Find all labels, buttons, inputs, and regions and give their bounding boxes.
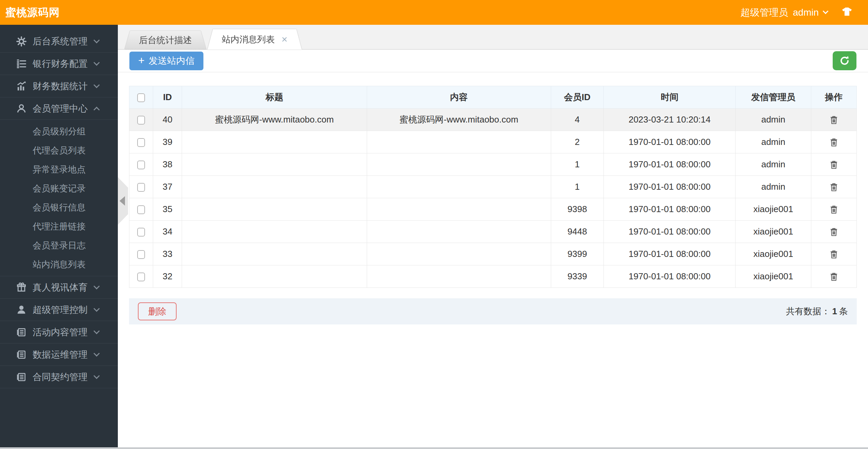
cell-time: 1970-01-01 08:00:00 bbox=[603, 198, 736, 221]
row-checkbox[interactable] bbox=[137, 228, 145, 237]
cell-title bbox=[182, 153, 367, 176]
header-sender: 发信管理员 bbox=[736, 86, 811, 109]
row-checkbox[interactable] bbox=[137, 116, 145, 125]
header-content: 内容 bbox=[367, 86, 551, 109]
sidebar-item-label: 后台系统管理 bbox=[33, 35, 88, 48]
sidebar-menu: 后台系统管理 银行财务配置 财务数据统计 会员管理中心 会员级别分组代理会员列表… bbox=[0, 30, 118, 388]
header-id: ID bbox=[153, 86, 182, 109]
sidebar-item-1[interactable]: 后台系统管理 bbox=[0, 30, 118, 53]
cell-content bbox=[367, 131, 551, 153]
user-menu[interactable]: 超级管理员 admin bbox=[741, 6, 828, 19]
cell-title bbox=[182, 221, 367, 243]
row-checkbox[interactable] bbox=[137, 205, 145, 214]
sidebar-item-2[interactable]: 银行财务配置 bbox=[0, 53, 118, 75]
chevron-down-icon bbox=[93, 373, 100, 379]
row-checkbox[interactable] bbox=[137, 138, 145, 147]
cell-content bbox=[367, 198, 551, 221]
cell-sender: xiaojie001 bbox=[736, 198, 811, 221]
delete-row-button[interactable] bbox=[828, 204, 840, 216]
content-area: ID 标题 内容 会员ID 时间 发信管理员 操作 40 蜜桃源码网-www.m… bbox=[118, 72, 868, 449]
sidebar-item-label: 活动内容管理 bbox=[33, 326, 88, 338]
sidebar-item-label: 超级管理控制 bbox=[33, 304, 88, 316]
sidebar-item-3[interactable]: 财务数据统计 bbox=[0, 75, 118, 97]
tab-dashboard[interactable]: 后台统计描述 bbox=[125, 31, 206, 49]
trash-icon bbox=[829, 183, 838, 192]
sidebar-item-label: 数据运维管理 bbox=[33, 349, 88, 361]
row-checkbox[interactable] bbox=[137, 183, 145, 192]
cell-id: 35 bbox=[153, 198, 182, 221]
sidebar-item-label: 银行财务配置 bbox=[33, 58, 88, 70]
cell-id: 32 bbox=[153, 265, 182, 288]
delete-row-button[interactable] bbox=[828, 271, 840, 283]
sidebar-subitem[interactable]: 站内消息列表 bbox=[0, 255, 118, 274]
row-checkbox[interactable] bbox=[137, 273, 145, 281]
cell-member-id: 9398 bbox=[551, 198, 603, 221]
cell-id: 34 bbox=[153, 221, 182, 243]
table-row: 32 9339 1970-01-01 08:00:00 xiaojie001 bbox=[129, 265, 857, 288]
cell-id: 40 bbox=[153, 109, 182, 131]
sidebar-subitem[interactable]: 异常登录地点 bbox=[0, 160, 118, 179]
cell-sender: xiaojie001 bbox=[736, 221, 811, 243]
bulk-delete-button[interactable]: 删除 bbox=[138, 302, 177, 320]
main-area: 后台统计描述 站内消息列表 × + 发送站内信 bbox=[118, 25, 868, 449]
sidebar-subitem[interactable]: 代理会员列表 bbox=[0, 141, 118, 160]
sidebar: 后台系统管理 银行财务配置 财务数据统计 会员管理中心 会员级别分组代理会员列表… bbox=[0, 25, 118, 449]
trash-icon bbox=[829, 250, 838, 259]
cell-content bbox=[367, 153, 551, 176]
select-all-checkbox[interactable] bbox=[137, 93, 145, 102]
delete-row-button[interactable] bbox=[828, 181, 840, 193]
tab-bar: 后台统计描述 站内消息列表 × bbox=[118, 25, 868, 50]
cell-member-id: 1 bbox=[551, 176, 603, 198]
delete-row-button[interactable] bbox=[828, 248, 840, 260]
sidebar-subitem[interactable]: 会员级别分组 bbox=[0, 122, 118, 141]
sidebar-subitem[interactable]: 会员登录日志 bbox=[0, 236, 118, 255]
sidebar-item-icon bbox=[16, 372, 26, 382]
cell-title bbox=[182, 243, 367, 265]
trash-icon bbox=[829, 160, 838, 169]
sidebar-subitem[interactable]: 会员银行信息 bbox=[0, 198, 118, 217]
table-row: 34 9448 1970-01-01 08:00:00 xiaojie001 bbox=[129, 221, 857, 243]
sidebar-subitem[interactable]: 会员账变记录 bbox=[0, 179, 118, 198]
row-checkbox[interactable] bbox=[137, 161, 145, 169]
cell-content bbox=[367, 221, 551, 243]
sidebar-item-9[interactable]: 合同契约管理 bbox=[0, 366, 118, 388]
sidebar-item-icon bbox=[16, 327, 26, 337]
sidebar-item-label: 会员管理中心 bbox=[33, 102, 88, 115]
header-operations: 操作 bbox=[811, 86, 856, 109]
sidebar-item-label: 合同契约管理 bbox=[33, 371, 88, 383]
tab-messages[interactable]: 站内消息列表 × bbox=[207, 29, 302, 50]
table-body: 40 蜜桃源码网-www.mitaobo.com 蜜桃源码网-www.mitao… bbox=[129, 109, 857, 288]
delete-row-button[interactable] bbox=[828, 226, 840, 238]
tab-label: 站内消息列表 bbox=[222, 34, 275, 45]
sidebar-item-5[interactable]: 真人视讯体育 bbox=[0, 276, 118, 299]
chevron-down-icon bbox=[93, 350, 100, 356]
chevron-down-icon bbox=[93, 305, 100, 312]
cell-time: 1970-01-01 08:00:00 bbox=[603, 265, 736, 288]
sidebar-item-8[interactable]: 数据运维管理 bbox=[0, 343, 118, 366]
delete-row-button[interactable] bbox=[828, 136, 840, 148]
tab-close-icon[interactable]: × bbox=[282, 34, 288, 44]
delete-row-button[interactable] bbox=[828, 159, 840, 171]
sidebar-item-label: 真人视讯体育 bbox=[33, 281, 88, 294]
horizontal-scrollbar[interactable] bbox=[0, 447, 868, 449]
delete-row-button[interactable] bbox=[828, 114, 840, 126]
table-row: 37 1 1970-01-01 08:00:00 admin bbox=[129, 176, 857, 198]
tshirt-theme-icon[interactable] bbox=[841, 7, 853, 18]
sidebar-item-4[interactable]: 会员管理中心 bbox=[0, 97, 118, 120]
sidebar-item-icon bbox=[16, 104, 26, 114]
row-checkbox[interactable] bbox=[137, 250, 145, 259]
sidebar-item-7[interactable]: 活动内容管理 bbox=[0, 321, 118, 343]
sidebar-subitem[interactable]: 代理注册链接 bbox=[0, 217, 118, 236]
cell-sender: admin bbox=[736, 176, 811, 198]
messages-table: ID 标题 内容 会员ID 时间 发信管理员 操作 40 蜜桃源码网-www.m… bbox=[129, 86, 857, 288]
sidebar-item-6[interactable]: 超级管理控制 bbox=[0, 299, 118, 321]
cell-id: 33 bbox=[153, 243, 182, 265]
cell-sender: xiaojie001 bbox=[736, 243, 811, 265]
cell-time: 1970-01-01 08:00:00 bbox=[603, 131, 736, 153]
cell-content bbox=[367, 243, 551, 265]
send-message-button[interactable]: + 发送站内信 bbox=[129, 52, 203, 70]
chevron-down-icon bbox=[823, 8, 829, 14]
refresh-button[interactable] bbox=[833, 51, 856, 70]
chevron-down-icon bbox=[93, 82, 100, 88]
cell-time: 1970-01-01 08:00:00 bbox=[603, 221, 736, 243]
